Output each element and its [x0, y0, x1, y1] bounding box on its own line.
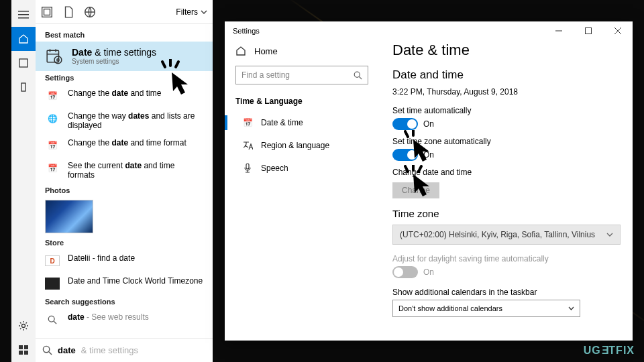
toggle-state: On — [423, 150, 434, 160]
dst-toggle — [392, 266, 418, 278]
search-icon — [42, 345, 52, 355]
start-search-panel: Filters Best match Date & time settings … — [11, 0, 213, 362]
calendars-select[interactable]: Don't show additional calendars — [392, 300, 580, 317]
svg-point-16 — [48, 316, 54, 322]
nav-category: Time & Language — [235, 94, 368, 111]
svg-point-5 — [22, 324, 25, 328]
svg-rect-7 — [24, 345, 28, 349]
svg-rect-11 — [44, 9, 50, 15]
result-label: See the current date and time formats — [68, 161, 203, 180]
svg-rect-19 — [586, 28, 592, 34]
settings-nav: Home Find a setting Time & Language 📅Dat… — [225, 40, 379, 341]
apps-scope-button[interactable] — [11, 51, 36, 75]
nav-item-label: Date & time — [261, 118, 303, 127]
svg-rect-0 — [18, 11, 29, 12]
store-result[interactable]: DDatelii - find a date — [36, 249, 213, 272]
toggle-state: On — [423, 267, 434, 277]
settings-result[interactable]: 📅Change the date and time — [36, 84, 213, 107]
maximize-button[interactable] — [574, 21, 603, 40]
suggestions-heading: Search suggestions — [36, 295, 213, 308]
svg-rect-3 — [19, 59, 28, 67]
settings-result[interactable]: 📅See the current date and time formats — [36, 157, 213, 184]
microphone-icon — [242, 163, 253, 174]
search-rail — [11, 0, 36, 362]
auto-tz-toggle[interactable] — [392, 149, 418, 161]
nav-item-speech[interactable]: Speech — [235, 157, 368, 180]
timezone-select[interactable]: (UTC+02:00) Helsinki, Kyiv, Riga, Sofia,… — [392, 225, 621, 245]
language-icon — [242, 140, 253, 151]
settings-result[interactable]: 🌐Change the way dates and lists are disp… — [36, 107, 213, 134]
nav-home-label: Home — [254, 46, 278, 56]
timezone-value: (UTC+02:00) Helsinki, Kyiv, Riga, Sofia,… — [400, 230, 595, 239]
home-scope-button[interactable] — [11, 27, 36, 51]
result-label: Date and Time Clock World Timezone — [68, 276, 203, 286]
result-label: Change the way dates and lists are displ… — [68, 111, 203, 130]
result-label: Change the date and time format — [68, 138, 186, 147]
search-input-prefix: date — [58, 345, 76, 355]
section-heading: Date and time — [392, 68, 616, 82]
watermark-logo: UGETFIX — [584, 345, 635, 357]
settings-result[interactable]: 📅Change the date and time format — [36, 134, 213, 157]
calendar-icon: 📅 — [45, 161, 60, 176]
svg-point-15 — [57, 59, 59, 61]
nav-item-label: Speech — [261, 164, 288, 173]
search-input[interactable] — [81, 345, 206, 355]
chevron-down-icon — [606, 231, 613, 238]
current-datetime: 3:22 PM, Thursday, August 9, 2018 — [392, 87, 616, 97]
nav-item-label: Region & language — [261, 141, 329, 150]
page-title: Date & time — [392, 42, 616, 59]
window-title: Settings — [233, 27, 260, 35]
photo-thumbnail[interactable] — [45, 200, 93, 233]
best-match-result[interactable]: Date & time settings System settings — [36, 42, 213, 71]
search-body: Filters Best match Date & time settings … — [36, 0, 213, 362]
home-icon — [235, 46, 246, 56]
web-suggestion[interactable]: date - See web results — [36, 308, 213, 331]
find-setting-input[interactable]: Find a setting — [235, 66, 368, 84]
filters-dropdown[interactable]: Filters — [176, 7, 207, 17]
nav-item-date-time[interactable]: 📅Date & time — [235, 111, 368, 134]
svg-rect-1 — [18, 14, 29, 15]
web-filter-icon[interactable] — [84, 6, 96, 18]
globe-icon: 🌐 — [45, 111, 60, 126]
result-label: Datelii - find a date — [68, 253, 135, 263]
search-icon — [354, 71, 362, 80]
svg-point-17 — [43, 346, 49, 352]
store-heading: Store — [36, 236, 213, 249]
documents-scope-button[interactable] — [11, 75, 36, 99]
search-results: Best match Date & time settings System s… — [36, 24, 213, 338]
search-icon — [45, 312, 60, 327]
auto-tz-label: Set time zone automatically — [392, 137, 616, 146]
settings-content: Date & time Date and time 3:22 PM, Thurs… — [379, 40, 633, 341]
svg-rect-6 — [19, 345, 23, 349]
start-button[interactable] — [11, 338, 36, 362]
auto-time-toggle[interactable] — [392, 118, 418, 130]
svg-rect-8 — [19, 351, 23, 355]
calendar-icon: 📅 — [45, 88, 60, 103]
nav-home[interactable]: Home — [235, 40, 368, 66]
result-label: date - See web results — [68, 312, 149, 322]
timezone-heading: Time zone — [392, 208, 616, 219]
svg-rect-4 — [21, 83, 25, 91]
minimize-button[interactable] — [544, 21, 574, 40]
svg-rect-2 — [18, 17, 29, 19]
change-dt-label: Change date and time — [392, 168, 616, 177]
store-result[interactable]: Date and Time Clock World Timezone — [36, 272, 213, 295]
svg-point-22 — [354, 72, 360, 77]
best-match-heading: Best match — [36, 28, 213, 42]
menu-button[interactable] — [11, 3, 36, 27]
best-match-title: Date & time settings — [72, 47, 156, 58]
app-icon — [45, 276, 60, 291]
result-label: Change the date and time — [68, 88, 161, 98]
documents-filter-icon[interactable] — [62, 6, 74, 18]
dst-label: Adjust for daylight saving time automati… — [392, 254, 616, 263]
nav-item-region[interactable]: Region & language — [235, 134, 368, 157]
apps-filter-icon[interactable] — [41, 6, 53, 18]
settings-gear-button[interactable] — [11, 314, 36, 338]
close-button[interactable] — [603, 21, 633, 40]
calendars-label: Show additional calendars in the taskbar — [392, 288, 616, 297]
change-button[interactable]: Change — [392, 182, 439, 198]
calendars-value: Don't show additional calendars — [398, 304, 502, 312]
app-icon: D — [45, 253, 60, 268]
svg-rect-23 — [246, 164, 249, 169]
settings-heading: Settings — [36, 71, 213, 84]
